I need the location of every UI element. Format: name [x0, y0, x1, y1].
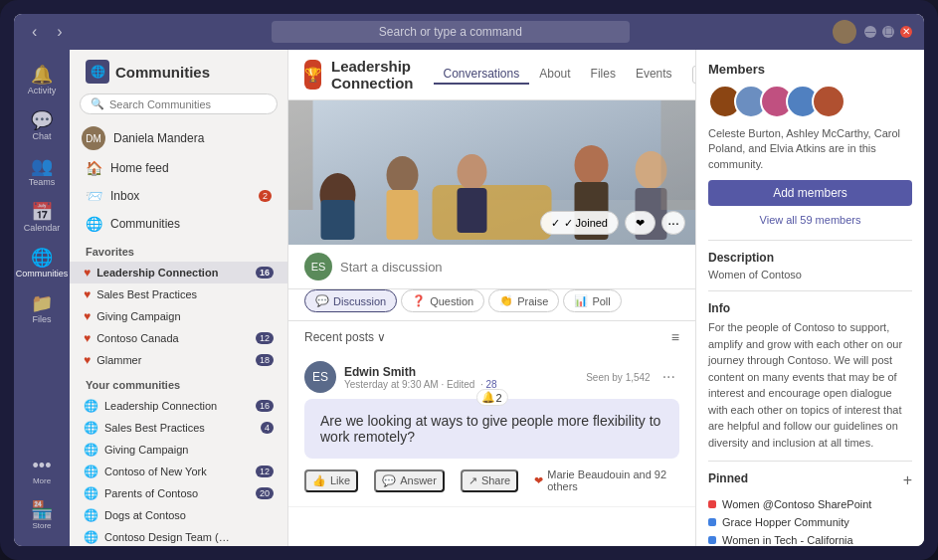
- tab-about[interactable]: About: [529, 65, 580, 85]
- post-type-praise[interactable]: 👏 Praise: [488, 289, 559, 312]
- sidebar-user[interactable]: DM Daniela Mandera: [70, 122, 287, 154]
- sidebar-username: Daniela Mandera: [113, 131, 204, 145]
- svg-rect-5: [387, 190, 419, 240]
- community-giving-campaign[interactable]: 🌐 Giving Campaign: [70, 439, 287, 461]
- hero-like-button[interactable]: ❤: [625, 211, 656, 235]
- calendar-icon: 📅: [31, 203, 53, 221]
- poll-label: Poll: [592, 295, 610, 307]
- home-feed-label: Home feed: [110, 161, 169, 175]
- communities-nav-label: Communities: [110, 217, 180, 231]
- community-contoso-new-york[interactable]: 🌐 Contoso of New York 12: [70, 461, 287, 482]
- title-bar-search-input[interactable]: [272, 21, 630, 43]
- filter-icon[interactable]: ≡: [671, 329, 679, 345]
- rail-item-files[interactable]: 📁 Files: [14, 286, 70, 332]
- favorites-header: Favorites: [70, 238, 287, 262]
- members-title: Members: [708, 62, 912, 77]
- right-panel: Members Celeste Burton, Ashley McCarthy,…: [695, 50, 924, 546]
- community-sales-best-practices[interactable]: 🌐 Sales Best Practices 4: [70, 417, 287, 439]
- favorite-giving-campaign[interactable]: ♥ Giving Campaign: [70, 305, 287, 327]
- favorite-label-giving: Giving Campaign: [96, 310, 180, 322]
- pinned-item-2[interactable]: Grace Hopper Community: [708, 513, 912, 531]
- tab-files[interactable]: Files: [581, 65, 626, 85]
- favorite-label-canada: Contoso Canada: [96, 332, 179, 344]
- like-button[interactable]: 👍 Like: [304, 469, 358, 492]
- feed-area: ✓ ✓ Joined ❤ ··· E: [288, 100, 695, 546]
- favorite-leadership-connection[interactable]: ♥ Leadership Connection 16: [70, 262, 287, 283]
- view-all-link[interactable]: View all 59 members: [708, 210, 912, 230]
- community-leadership-connection[interactable]: 🌐 Leadership Connection 16: [70, 395, 287, 417]
- main-content: 🏆 Leadership Connection Conversations Ab…: [288, 50, 695, 546]
- sidebar-logo: 🌐: [86, 60, 109, 84]
- post-type-discussion[interactable]: 💬 Discussion: [304, 289, 397, 312]
- close-button[interactable]: ✕: [900, 26, 912, 38]
- hero-more-button[interactable]: ···: [661, 211, 685, 235]
- pinned-item-1[interactable]: Women @Contoso SharePoint: [708, 495, 912, 513]
- community-label-cny: Contoso of New York: [104, 466, 207, 477]
- minimize-button[interactable]: —: [864, 26, 876, 38]
- comm-badge-sbp: 4: [261, 422, 274, 434]
- rail-label-calendar: Calendar: [24, 223, 61, 233]
- rail-item-store[interactable]: 🏪 Store: [14, 493, 70, 538]
- app-window: ‹ › — ☐ ✕ 🔔 Activity: [14, 14, 924, 546]
- title-bar-nav: ‹ ›: [26, 21, 69, 43]
- sidebar-header: 🌐 Communities: [70, 50, 287, 90]
- community-contoso-design-team[interactable]: 🌐 Contoso Design Team (UX Des...: [70, 526, 287, 546]
- community-parents-contoso[interactable]: 🌐 Parents of Contoso 20: [70, 482, 287, 504]
- user-avatar-titlebar[interactable]: [833, 20, 856, 44]
- post-author-info: Edwin Smith Yesterday at 9:30 AM · Edite…: [344, 365, 578, 390]
- post-type-poll[interactable]: 📊 Poll: [563, 289, 621, 312]
- favorite-sales-best-practices[interactable]: ♥ Sales Best Practices: [70, 283, 287, 305]
- comm-badge-cny: 12: [256, 466, 274, 477]
- rail-item-calendar[interactable]: 📅 Calendar: [14, 195, 70, 241]
- store-icon: 🏪: [31, 501, 53, 519]
- post-item: ES Edwin Smith Yesterday at 9:30 AM · Ed…: [288, 353, 695, 507]
- inbox-badge: 2: [259, 190, 272, 202]
- share-button[interactable]: ↗ Share: [461, 469, 518, 492]
- rail-item-teams[interactable]: 👥 Teams: [14, 149, 70, 195]
- reactions-text: Marie Beaudouin and 92 others: [547, 468, 679, 492]
- favorite-glammer[interactable]: ♥ Glammer 18: [70, 349, 287, 371]
- answer-button[interactable]: 💬 Answer: [374, 469, 445, 492]
- rail-item-more[interactable]: ••• More: [14, 449, 70, 493]
- tab-events[interactable]: Events: [626, 65, 682, 85]
- post-more-button[interactable]: ···: [658, 368, 679, 386]
- post-reactions: ❤ Marie Beaudouin and 92 others: [534, 468, 679, 492]
- composer-input[interactable]: [340, 260, 679, 275]
- reaction-count: 2: [495, 392, 501, 404]
- sidebar-nav-inbox[interactable]: 📨 Inbox 2: [70, 182, 287, 210]
- favorite-label-glammer: Glammer: [96, 354, 141, 366]
- post-type-question[interactable]: ❓ Question: [401, 289, 484, 312]
- add-members-button[interactable]: Add members: [708, 180, 912, 206]
- post-time: Yesterday at 9:30 AM · Edited · 28: [344, 379, 578, 390]
- tab-conversations[interactable]: Conversations: [434, 65, 530, 85]
- joined-button[interactable]: ✓ ✓ Joined: [540, 211, 619, 235]
- post-composer[interactable]: ES: [288, 245, 695, 289]
- sidebar-nav-communities[interactable]: 🌐 Communities: [70, 210, 287, 238]
- sidebar-search[interactable]: 🔍: [80, 93, 278, 114]
- rail-item-activity[interactable]: 🔔 Activity: [14, 58, 70, 103]
- pinned-dot-1: [708, 500, 716, 508]
- sidebar-search-input[interactable]: [109, 98, 267, 110]
- pinned-item-3[interactable]: Women in Tech - California: [708, 531, 912, 546]
- pinned-label-2: Grace Hopper Community: [722, 516, 849, 528]
- community-dogs-contoso[interactable]: 🌐 Dogs at Contoso: [70, 504, 287, 526]
- pinned-label-3: Women in Tech - California: [722, 534, 853, 546]
- favorite-contoso-canada[interactable]: ♥ Contoso Canada 12: [70, 327, 287, 349]
- maximize-button[interactable]: ☐: [882, 26, 894, 38]
- members-desc: Celeste Burton, Ashley McCarthy, Carol P…: [708, 126, 912, 172]
- svg-rect-13: [288, 100, 313, 210]
- nav-forward-button[interactable]: ›: [51, 21, 68, 43]
- rail-item-communities[interactable]: 🌐 Communities: [14, 241, 70, 286]
- nav-back-button[interactable]: ‹: [26, 21, 43, 43]
- like-label: Like: [330, 474, 350, 486]
- recent-posts-title[interactable]: Recent posts ∨: [304, 330, 386, 344]
- svg-point-7: [458, 154, 487, 190]
- rail-item-chat[interactable]: 💬 Chat: [14, 103, 70, 149]
- heart-icon-sales: ♥: [84, 287, 91, 301]
- add-pinned-button[interactable]: +: [903, 471, 912, 489]
- communities-nav-icon: 🌐: [86, 216, 102, 232]
- heart-icon-giving: ♥: [84, 309, 91, 323]
- rail-label-files: Files: [32, 314, 51, 324]
- sidebar-nav-home-feed[interactable]: 🏠 Home feed: [70, 154, 287, 182]
- svg-rect-3: [321, 200, 355, 240]
